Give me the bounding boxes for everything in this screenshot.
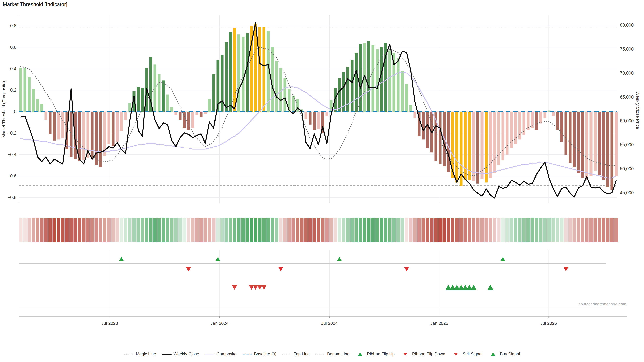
ribbon-cell <box>367 218 371 242</box>
composite-bar <box>606 112 609 187</box>
ribbon-cell <box>531 218 534 242</box>
ribbon-cell <box>250 218 253 242</box>
legend-label: Magic Line <box>136 352 156 357</box>
composite-bar <box>124 112 127 120</box>
ribbon-cell <box>174 218 178 242</box>
composite-bar <box>137 87 140 112</box>
x-tick-label: Jul 2024 <box>321 321 338 326</box>
composite-bar <box>82 112 85 160</box>
ribbon-cell <box>233 218 236 242</box>
composite-bar <box>464 112 467 180</box>
ribbon-cell <box>581 218 584 242</box>
ribbon-cell <box>300 218 304 242</box>
ribbon-cell <box>405 218 408 242</box>
ribbon-cell <box>170 218 174 242</box>
ribbon-cell <box>522 218 526 242</box>
composite-bar <box>49 112 52 134</box>
line-sample-icon <box>282 352 292 356</box>
ribbon-cell <box>438 218 442 242</box>
ribbon-cell <box>552 218 555 242</box>
composite-bar <box>212 74 215 112</box>
x-tick-label: Jan 2025 <box>430 321 448 326</box>
composite-bar <box>564 112 567 155</box>
line-sample-icon <box>124 352 134 356</box>
ribbon-cell <box>518 218 522 242</box>
legend-label: Ribbon Flip Down <box>412 352 445 357</box>
ribbon-cell <box>342 218 346 242</box>
composite-bar <box>586 112 588 180</box>
composite-bar <box>598 112 601 175</box>
ribbon-cell <box>413 218 417 242</box>
composite-bar <box>91 112 94 159</box>
composite-bar <box>481 112 484 179</box>
composite-bar <box>196 112 198 115</box>
buy-signal-marker <box>471 285 476 290</box>
ribbon-cell <box>359 218 362 242</box>
ribbon-cell <box>23 218 27 242</box>
line-sample-icon <box>205 352 214 356</box>
ribbon-cell <box>560 218 564 242</box>
ribbon-cell <box>124 218 128 242</box>
ribbon-cell <box>308 218 312 242</box>
ribbon-cell <box>350 218 354 242</box>
composite-bar <box>544 112 546 118</box>
left-tick-label: 0.8 <box>10 23 16 28</box>
composite-bar <box>502 112 504 160</box>
ribbon-cell <box>32 218 35 242</box>
composite-bar <box>116 112 119 142</box>
composite-bar <box>103 112 106 156</box>
ribbon-cell <box>296 218 299 242</box>
ribbon-cell <box>484 218 488 242</box>
ribbon-cell <box>376 218 379 242</box>
composite-bar <box>397 58 400 112</box>
ribbon-cell <box>317 218 320 242</box>
ribbon-cell <box>493 218 496 242</box>
composite-bar <box>372 45 374 112</box>
composite-bar <box>380 47 383 112</box>
legend-item-baseline-0-: Baseline (0) <box>242 352 276 357</box>
ribbon-cell <box>229 218 232 242</box>
source-attribution: source: sharemaestro.com <box>578 302 626 306</box>
ribbon-cell <box>585 218 589 242</box>
composite-bar <box>338 78 341 112</box>
ribbon-cell <box>288 218 291 242</box>
composite-bar <box>32 89 35 112</box>
ribbon-cell <box>241 218 245 242</box>
ribbon-cell <box>216 218 220 242</box>
ribbon-cell <box>36 218 40 242</box>
ribbon-cell <box>200 218 203 242</box>
ribbon-cell <box>19 218 23 242</box>
left-tick-label: 0.6 <box>10 45 16 50</box>
legend-label: Weekly Close <box>174 352 199 357</box>
composite-bar <box>518 112 521 139</box>
line-sample-icon <box>162 352 172 356</box>
ribbon-cell <box>120 218 123 242</box>
ribbon-cell <box>220 218 224 242</box>
ribbon-cell <box>514 218 518 242</box>
ribbon-cell <box>271 218 274 242</box>
composite-bar <box>57 112 60 139</box>
composite-bar <box>401 71 404 112</box>
x-tick-label: Jul 2025 <box>540 321 557 326</box>
composite-bar <box>535 112 538 130</box>
right-tick-label: 70,000 <box>620 70 634 76</box>
legend-label: Baseline (0) <box>254 352 276 357</box>
composite-bar <box>170 107 173 112</box>
composite-bar <box>456 112 458 182</box>
legend-label: Bottom Line <box>327 352 349 357</box>
ribbon-cell <box>468 218 471 242</box>
composite-bar <box>183 112 186 128</box>
ribbon-cell <box>82 218 86 242</box>
indicator-chart-canvas: 0.80.60.40.20−0.2−0.4−0.6−0.880,00075,00… <box>0 0 644 362</box>
ribbon-cell <box>371 218 375 242</box>
composite-bar <box>28 77 31 112</box>
ribbon-cell <box>70 218 73 242</box>
ribbon-cell <box>266 218 270 242</box>
composite-bar <box>539 112 542 123</box>
ribbon-cell <box>78 218 81 242</box>
ribbon-cell <box>380 218 383 242</box>
composite-bar <box>594 112 597 171</box>
ribbon-cell <box>61 218 64 242</box>
composite-bar <box>422 112 425 139</box>
composite-bar <box>351 60 354 112</box>
